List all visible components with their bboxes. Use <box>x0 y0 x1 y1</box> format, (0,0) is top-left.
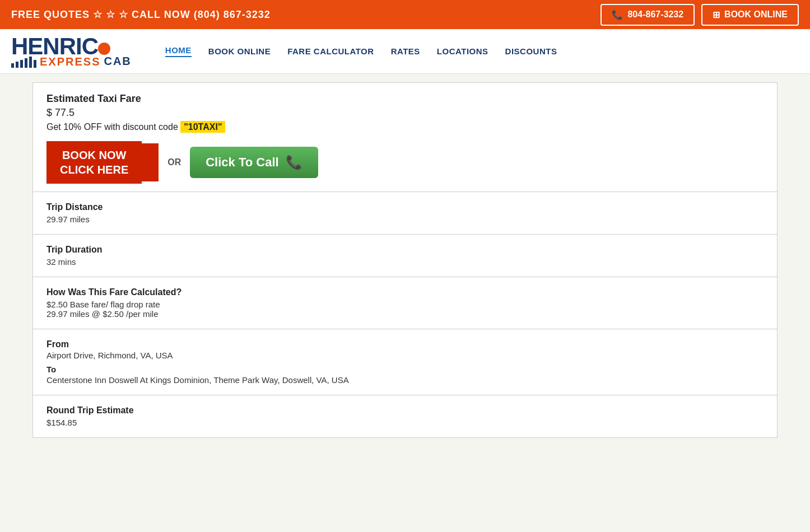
fare-result-card: Estimated Taxi Fare $ 77.5 Get 10% OFF w… <box>32 82 778 438</box>
estimated-fare-title: Estimated Taxi Fare <box>46 93 764 105</box>
nav-rates[interactable]: RATES <box>391 46 420 56</box>
bar2 <box>16 62 18 68</box>
fare-calc-line1: $2.50 Base fare/ flag drop rate <box>46 300 764 309</box>
from-label: From <box>46 339 764 349</box>
bar6 <box>34 60 36 68</box>
nav-discounts[interactable]: DISCOUNTS <box>505 46 557 56</box>
fare-calc-line2: 29.97 miles @ $2.50 /per mile <box>46 309 764 319</box>
trip-distance-section: Trip Distance 29.97 miles <box>33 192 777 235</box>
main-nav: HOME BOOK ONLINE FARE CALCULATOR RATES L… <box>165 45 557 57</box>
banner-buttons: 📞 804-867-3232 ⊞ BOOK ONLINE <box>600 4 799 26</box>
main-content: Estimated Taxi Fare $ 77.5 Get 10% OFF w… <box>27 82 783 438</box>
logo-cab: CAB <box>104 55 131 68</box>
phone-icon: 📞 <box>612 10 623 20</box>
header: HENRIC EXPRESS CAB HOME BOOK ONLINE FARE… <box>0 29 810 74</box>
book-online-banner-button[interactable]: ⊞ BOOK ONLINE <box>701 4 799 26</box>
action-buttons: BOOK NOW CLICK HERE OR Click To Call 📞 <box>46 143 764 181</box>
bar1 <box>11 63 14 68</box>
nav-locations[interactable]: LOCATIONS <box>437 46 488 56</box>
trip-duration-label: Trip Duration <box>46 245 764 255</box>
round-trip-section: Round Trip Estimate $154.85 <box>33 395 777 437</box>
from-value: Airport Drive, Richmond, VA, USA <box>46 351 764 360</box>
fare-calc-section: How Was This Fare Calculated? $2.50 Base… <box>33 277 777 329</box>
click-to-call-label: Click To Call <box>206 155 278 170</box>
nav-fare-calculator[interactable]: FARE CALCULATOR <box>287 46 374 56</box>
phone-handset-icon: 📞 <box>286 155 302 170</box>
phone-button[interactable]: 📞 804-867-3232 <box>600 4 695 26</box>
to-value: Centerstone Inn Doswell At Kings Dominio… <box>46 375 764 385</box>
click-to-call-button[interactable]: Click To Call 📞 <box>190 147 318 178</box>
discount-code: "10TAXI" <box>180 121 225 133</box>
grid-icon: ⊞ <box>713 10 720 20</box>
banner-text: FREE QUOTES ☆ ☆ ☆ CALL NOW (804) 867-323… <box>11 8 271 21</box>
trip-distance-value: 29.97 miles <box>46 214 764 224</box>
book-now-text: BOOK NOW CLICK HERE <box>46 141 142 184</box>
logo-circle <box>98 43 110 55</box>
bar4 <box>25 58 27 68</box>
round-trip-label: Round Trip Estimate <box>46 405 764 416</box>
top-banner: FREE QUOTES ☆ ☆ ☆ CALL NOW (804) 867-323… <box>0 0 810 29</box>
bar5 <box>29 57 32 68</box>
nav-book-online[interactable]: BOOK ONLINE <box>208 46 271 56</box>
nav-home[interactable]: HOME <box>165 45 192 57</box>
trip-distance-label: Trip Distance <box>46 202 764 212</box>
logo-bars <box>11 57 36 68</box>
to-label: To <box>46 365 764 374</box>
trip-duration-section: Trip Duration 32 mins <box>33 235 777 277</box>
round-trip-value: $154.85 <box>46 418 764 427</box>
from-to-section: From Airport Drive, Richmond, VA, USA To… <box>33 329 777 395</box>
trip-duration-value: 32 mins <box>46 257 764 267</box>
fare-section: Estimated Taxi Fare $ 77.5 Get 10% OFF w… <box>33 83 777 192</box>
book-now-button[interactable]: BOOK NOW CLICK HERE <box>46 143 159 181</box>
or-text: OR <box>167 157 181 167</box>
book-now-arrow <box>142 143 159 181</box>
fare-calc-label: How Was This Fare Calculated? <box>46 287 764 297</box>
logo: HENRIC EXPRESS CAB <box>11 35 132 68</box>
logo-express: EXPRESS <box>40 56 100 67</box>
discount-text: Get 10% OFF with discount code "10TAXI" <box>46 122 764 132</box>
fare-amount: $ 77.5 <box>46 107 764 119</box>
bar3 <box>20 60 23 68</box>
